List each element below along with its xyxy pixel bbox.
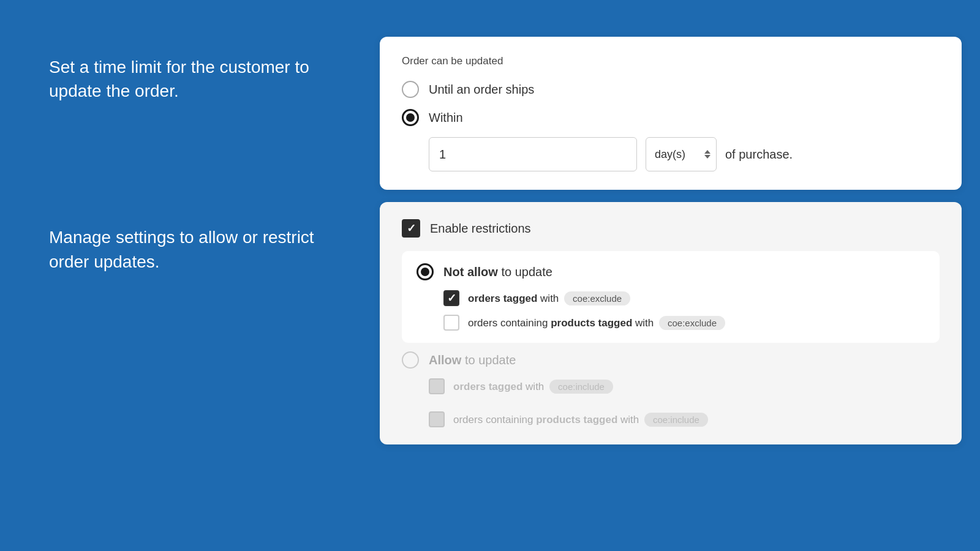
restrictions-card: ✓ Enable restrictions Not allow to updat… (380, 202, 962, 444)
option-within[interactable]: Within (402, 109, 940, 126)
allow-label: Allow to update (429, 353, 516, 367)
tag-coe-exclude-1: coe:exclude (564, 291, 630, 305)
allow-sub-options: orders tagged with coe:include orders co… (429, 378, 940, 427)
allow-products-tagged-row: orders containing products tagged with c… (429, 411, 940, 427)
tag-coe-include-2: coe:include (644, 413, 708, 427)
order-update-card: Order can be updated Until an order ship… (380, 37, 962, 190)
card-title: Order can be updated (402, 55, 940, 67)
not-allow-products-tagged-checkbox[interactable] (443, 315, 459, 331)
allow-products-tagged-label: orders containing products tagged with c… (453, 413, 708, 427)
description-2: Manage settings to allow or restrict ord… (49, 225, 343, 273)
not-allow-orders-tagged-checkbox[interactable]: ✓ (443, 290, 459, 306)
enable-restrictions-checkbox[interactable]: ✓ (402, 219, 420, 238)
not-allow-orders-tagged-row[interactable]: ✓ orders tagged with coe:exclude (443, 290, 925, 306)
tag-coe-exclude-2: coe:exclude (659, 316, 725, 330)
allow-orders-tagged-label: orders tagged with coe:include (453, 380, 613, 394)
option-within-label: Within (429, 111, 463, 125)
description-1: Set a time limit for the customer to upd… (49, 55, 343, 103)
allow-orders-tagged-checkbox (429, 378, 445, 394)
not-allow-products-tagged-label: orders containing products tagged with c… (468, 316, 725, 330)
of-purchase-label: of purchase. (725, 148, 793, 162)
unit-select[interactable]: day(s) hour(s) week(s) (646, 137, 717, 171)
allow-title-row[interactable]: Allow to update (402, 351, 940, 369)
tag-coe-include-1: coe:include (549, 380, 613, 394)
not-allow-title-row[interactable]: Not allow to update (417, 263, 925, 280)
checkmark-icon-2: ✓ (447, 293, 456, 304)
right-panel: Order can be updated Until an order ship… (380, 18, 980, 463)
enable-restrictions-label: Enable restrictions (430, 222, 531, 236)
option-until-ships[interactable]: Until an order ships (402, 81, 940, 98)
allow-orders-tagged-row: orders tagged with coe:include (429, 378, 940, 394)
allow-products-tagged-checkbox (429, 411, 445, 427)
left-panel: Set a time limit for the customer to upd… (0, 18, 380, 274)
allow-section: Allow to update orders tagged with coe:i… (402, 351, 940, 427)
not-allow-products-tagged-row[interactable]: orders containing products tagged with c… (443, 315, 925, 331)
not-allow-label: Not allow to update (443, 265, 552, 279)
radio-within[interactable] (402, 109, 419, 126)
unit-select-wrapper[interactable]: day(s) hour(s) week(s) (646, 137, 717, 171)
radio-not-allow[interactable] (417, 263, 434, 280)
days-number-input[interactable] (429, 137, 637, 171)
radio-until-ships[interactable] (402, 81, 419, 98)
checkmark-icon: ✓ (407, 223, 416, 234)
not-allow-section: Not allow to update ✓ orders tagged with… (402, 251, 940, 343)
within-subrow: day(s) hour(s) week(s) of purchase. (429, 137, 940, 171)
not-allow-orders-tagged-label: orders tagged with coe:exclude (468, 291, 630, 305)
option-until-ships-label: Until an order ships (429, 83, 534, 97)
radio-allow[interactable] (402, 351, 419, 369)
enable-restrictions-row[interactable]: ✓ Enable restrictions (402, 219, 940, 238)
not-allow-sub-options: ✓ orders tagged with coe:exclude orders … (443, 290, 925, 331)
